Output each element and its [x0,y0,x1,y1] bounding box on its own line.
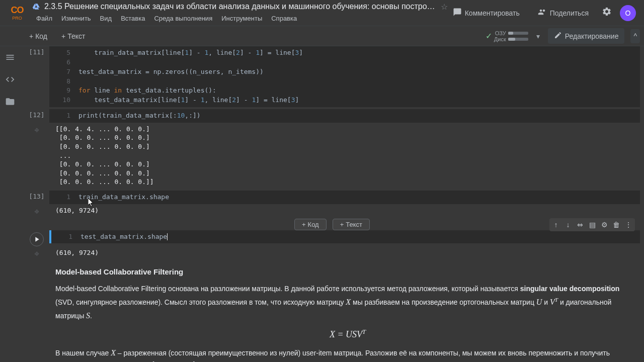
menu-insert[interactable]: Вставка [117,13,149,24]
add-text-label: Текст [67,32,85,40]
document-info: 2.3.5 Решение специальных задач из облас… [32,2,448,24]
code-cell: [11] 5 train_data_matrix[line[1] - 1, li… [24,46,640,107]
comment-icon [453,8,462,18]
pencil-icon [554,31,562,41]
comment-button[interactable]: Комментировать [448,5,525,21]
editing-label: Редактирование [565,32,619,40]
move-up-icon[interactable]: ↑ [550,219,561,230]
exec-count: [11] [29,48,44,56]
code-editor[interactable]: 1print(train_data_matrix[:10,:]) [49,109,640,123]
add-code-label: Код [35,32,47,40]
header: CO PRO 2.3.5 Решение специальных задач и… [0,0,644,26]
code-snippets-icon[interactable] [4,73,16,85]
output-icon[interactable]: ⎆ [24,206,49,215]
menu-view[interactable]: Вид [96,13,116,24]
code-editor[interactable]: 1test_data_matrix.shape [49,230,640,244]
add-text-button[interactable]: + Текст [56,30,90,42]
menu-edit[interactable]: Изменить [57,13,95,24]
code-cell: [12] 1print(train_data_matrix[:10,:]) ⎆ … [24,109,640,189]
resource-dropdown-icon[interactable]: ▾ [534,30,542,42]
cell-output: [[0. 4. 4. ... 0. 0. 0.] [0. 0. 0. ... 0… [49,125,154,187]
logo-symbol: CO [11,5,24,16]
markdown-paragraph: Model-based Collaborative Filtering осно… [55,283,640,323]
settings-icon[interactable] [602,7,612,19]
move-down-icon[interactable]: ↓ [562,219,574,230]
comment-label: Комментировать [465,9,520,17]
markdown-heading: Model-based Collaborative Filtering [55,265,640,279]
code-editor[interactable]: 1train_data_matrix.shape [49,191,640,204]
exec-count: [13] [29,193,44,200]
output-icon[interactable]: ⎆ [24,125,49,134]
plus-icon: + [340,221,344,228]
add-code-button[interactable]: + Код [24,30,52,42]
notebook-area[interactable]: [11] 5 train_data_matrix[line[1] - 1, li… [20,46,644,362]
plus-icon: + [61,32,65,40]
cell-output: (610, 9724) [49,206,99,215]
code-cell-active: ↑ ↓ ⇔ ▤ ⚙ 🗑 ⋮ 1test_data_matrix.shape [24,230,640,259]
share-icon [538,8,547,18]
cell-toolbar: ↑ ↓ ⇔ ▤ ⚙ 🗑 ⋮ [549,218,635,231]
header-actions: Комментировать Поделиться O [448,5,636,21]
markdown-paragraph: В нашем случае X – разреженная (состояща… [55,346,640,362]
left-sidebar [0,46,20,362]
run-cell-button[interactable] [30,232,44,246]
plus-icon: + [302,221,306,228]
math-formula: X = USVT [55,327,640,342]
user-avatar[interactable]: O [620,5,636,21]
share-button[interactable]: Поделиться [533,5,594,21]
insert-cell-row: +Код +Текст [24,219,640,230]
menu-runtime[interactable]: Среда выполнения [150,13,216,24]
output-icon[interactable]: ⎆ [24,248,49,257]
connected-check-icon: ✓ [486,31,492,41]
code-cell: [13] 1train_data_matrix.shape ⎆ (610, 97… [24,191,640,217]
collapse-button[interactable]: ^ [630,29,640,43]
menu-help[interactable]: Справка [267,13,301,24]
exec-count: [12] [29,111,44,119]
plus-icon: + [29,32,33,40]
drive-icon [32,3,40,11]
toolbar: + Код + Текст ✓ ОЗУ Диск ▾ Редактировани… [0,26,644,46]
ram-label: ОЗУ [495,30,506,36]
code-editor[interactable]: 5 train_data_matrix[line[1] - 1, line[2]… [49,46,640,107]
disk-label: Диск [494,36,506,42]
cell-settings-icon[interactable]: ⚙ [599,219,610,230]
menu-tools[interactable]: Инструменты [217,13,266,24]
logo-pro-badge: PRO [12,16,22,21]
markdown-cell[interactable]: Model-based Collaborative Filtering Mode… [24,261,640,362]
colab-logo[interactable]: CO PRO [8,4,26,22]
files-icon[interactable] [4,96,16,108]
menu-bar: Файл Изменить Вид Вставка Среда выполнен… [32,13,448,24]
editing-mode-button[interactable]: Редактирование [548,28,625,44]
star-icon[interactable]: ☆ [441,2,448,12]
more-icon[interactable]: ⋮ [623,219,634,230]
share-label: Поделиться [550,9,589,17]
menu-file[interactable]: Файл [32,13,56,24]
resource-indicator[interactable]: ОЗУ Диск [494,30,528,42]
toc-icon[interactable] [4,51,16,63]
delete-cell-icon[interactable]: 🗑 [611,219,622,230]
insert-text-button[interactable]: +Текст [333,219,370,230]
link-icon[interactable]: ⇔ [575,219,586,230]
cell-output: (610, 9724) [49,248,99,257]
insert-code-button[interactable]: +Код [294,219,327,230]
comment-cell-icon[interactable]: ▤ [587,219,598,230]
document-title[interactable]: 2.3.5 Решение специальных задач из облас… [44,2,437,11]
